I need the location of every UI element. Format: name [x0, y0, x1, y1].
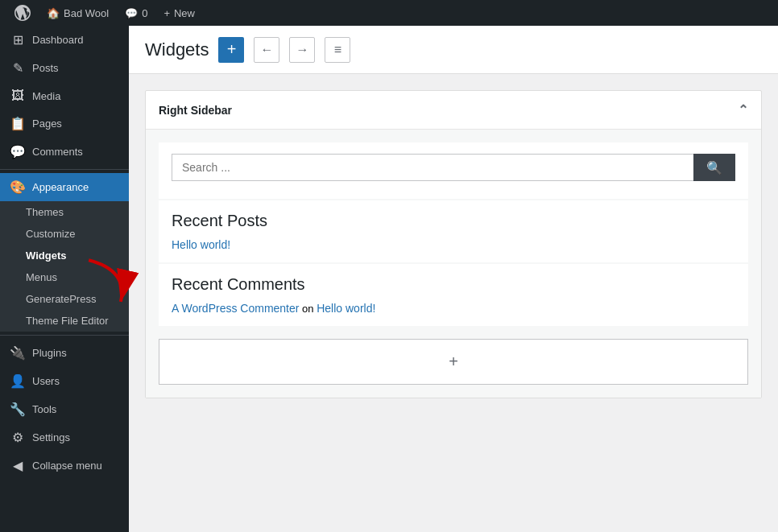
- appearance-submenu: Themes Customize Widgets Menus GenerateP…: [0, 201, 129, 332]
- sidebar-item-pages[interactable]: 📋 Pages: [0, 109, 129, 138]
- sidebar-label-settings: Settings: [32, 431, 70, 443]
- collapse-icon: ◀: [10, 458, 26, 473]
- sidebar-label-appearance: Appearance: [32, 181, 89, 193]
- sidebar-label-media: Media: [32, 90, 60, 102]
- sidebar-label-users: Users: [32, 375, 60, 387]
- page-title: Widgets: [145, 39, 209, 60]
- more-icon: ≡: [334, 43, 341, 57]
- search-widget: 🔍: [159, 142, 748, 199]
- widget-content: 🔍 Recent Posts Hello world! Recent Comme…: [146, 130, 761, 398]
- submenu-label-theme-file-editor: Theme File Editor: [26, 315, 109, 327]
- sidebar-divider-2: [0, 335, 129, 336]
- search-button[interactable]: 🔍: [693, 154, 735, 181]
- wp-logo-link[interactable]: [6, 0, 39, 26]
- sidebar-item-plugins[interactable]: 🔌 Plugins: [0, 339, 129, 367]
- comment-icon: 💬: [125, 7, 138, 19]
- panel-header: Right Sidebar ⌃: [146, 91, 761, 130]
- submenu-label-themes: Themes: [26, 206, 64, 218]
- plus-icon: +: [163, 7, 170, 19]
- recent-posts-title: Recent Posts: [172, 212, 735, 230]
- sidebar-item-tools[interactable]: 🔧 Tools: [0, 395, 129, 423]
- sidebar-item-media[interactable]: 🖼 Media: [0, 82, 129, 109]
- collapse-panel-button[interactable]: ⌃: [738, 102, 748, 118]
- submenu-item-customize[interactable]: Customize: [0, 223, 129, 245]
- submenu-item-generatepress[interactable]: GeneratePress: [0, 288, 129, 310]
- comments-link[interactable]: 💬 0: [117, 0, 155, 26]
- right-sidebar-panel: Right Sidebar ⌃ 🔍: [145, 90, 762, 398]
- redo-icon: →: [296, 43, 308, 57]
- appearance-icon: 🎨: [10, 179, 26, 195]
- submenu-item-themes[interactable]: Themes: [0, 201, 129, 223]
- recent-comments-title: Recent Comments: [172, 275, 735, 294]
- submenu-item-theme-file-editor[interactable]: Theme File Editor: [0, 310, 129, 332]
- site-name: Bad Wool: [64, 7, 109, 19]
- media-icon: 🖼: [10, 89, 26, 103]
- submenu-label-customize: Customize: [26, 228, 75, 240]
- posts-icon: ✎: [10, 60, 26, 76]
- house-icon: 🏠: [47, 7, 60, 19]
- sidebar-divider: [0, 169, 129, 170]
- undo-button[interactable]: ←: [254, 37, 279, 63]
- sidebar-label-pages: Pages: [32, 118, 62, 130]
- add-new-widget-button[interactable]: +: [159, 339, 748, 385]
- new-label: New: [174, 7, 195, 19]
- settings-icon: ⚙: [10, 430, 26, 445]
- dashboard-icon: ⊞: [10, 32, 26, 47]
- sidebar-label-tools: Tools: [32, 403, 56, 415]
- panel-title: Right Sidebar: [159, 104, 232, 117]
- sidebar-label-plugins: Plugins: [32, 347, 67, 359]
- sidebar-label-posts: Posts: [32, 62, 59, 74]
- comment-count: 0: [142, 7, 147, 19]
- on-word: on: [302, 303, 313, 315]
- submenu-item-menus[interactable]: Menus: [0, 266, 129, 288]
- search-icon: 🔍: [706, 161, 722, 175]
- add-widget-block-button[interactable]: +: [218, 37, 244, 63]
- sidebar-item-collapse[interactable]: ◀ Collapse menu: [0, 452, 129, 480]
- submenu-label-generatepress: GeneratePress: [26, 293, 96, 305]
- pages-icon: 📋: [10, 116, 26, 131]
- sidebar: ⊞ Dashboard ✎ Posts 🖼 Media 📋 Pages 💬 Co…: [0, 26, 129, 532]
- undo-icon: ←: [260, 43, 273, 57]
- sidebar-item-appearance[interactable]: 🎨 Appearance: [0, 173, 129, 201]
- tools-icon: 🔧: [10, 402, 26, 417]
- page-header: Widgets + ← → ≡: [129, 26, 778, 74]
- admin-bar: 🏠 Bad Wool 💬 0 + New: [0, 0, 778, 26]
- sidebar-label-comments: Comments: [32, 146, 83, 158]
- commented-post-link[interactable]: Hello world!: [317, 302, 375, 315]
- sidebar-item-settings[interactable]: ⚙ Settings: [0, 423, 129, 452]
- sidebar-label-dashboard: Dashboard: [32, 34, 84, 46]
- new-link[interactable]: + New: [155, 0, 203, 26]
- site-name-link[interactable]: 🏠 Bad Wool: [39, 0, 117, 26]
- plus-icon: +: [449, 353, 458, 371]
- plugins-icon: 🔌: [10, 345, 26, 361]
- recent-comments-widget: Recent Comments A WordPress Commenter on…: [159, 264, 748, 326]
- search-input[interactable]: [172, 154, 693, 181]
- sidebar-label-collapse: Collapse menu: [32, 460, 102, 472]
- submenu-label-menus: Menus: [26, 271, 57, 283]
- sidebar-item-posts[interactable]: ✎ Posts: [0, 54, 129, 82]
- more-options-button[interactable]: ≡: [325, 37, 350, 63]
- submenu-label-widgets: Widgets: [26, 250, 66, 262]
- commenter-link[interactable]: A WordPress Commenter: [172, 302, 299, 315]
- recent-posts-widget: Recent Posts Hello world!: [159, 200, 748, 262]
- users-icon: 👤: [10, 373, 26, 389]
- plus-icon: +: [227, 40, 237, 59]
- recent-post-link-0[interactable]: Hello world!: [172, 238, 230, 251]
- sidebar-item-comments[interactable]: 💬 Comments: [0, 138, 129, 166]
- search-widget-form: 🔍: [172, 154, 735, 181]
- submenu-item-widgets[interactable]: Widgets: [0, 245, 129, 266]
- redo-button[interactable]: →: [289, 37, 315, 63]
- sidebar-item-users[interactable]: 👤 Users: [0, 367, 129, 395]
- main-content: Widgets + ← → ≡ Right Sidebar ⌃: [129, 26, 778, 532]
- sidebar-item-dashboard[interactable]: ⊞ Dashboard: [0, 26, 129, 54]
- comments-icon: 💬: [10, 144, 26, 159]
- comment-entry: A WordPress Commenter on Hello world!: [172, 302, 735, 315]
- widgets-area: Right Sidebar ⌃ 🔍: [129, 74, 778, 532]
